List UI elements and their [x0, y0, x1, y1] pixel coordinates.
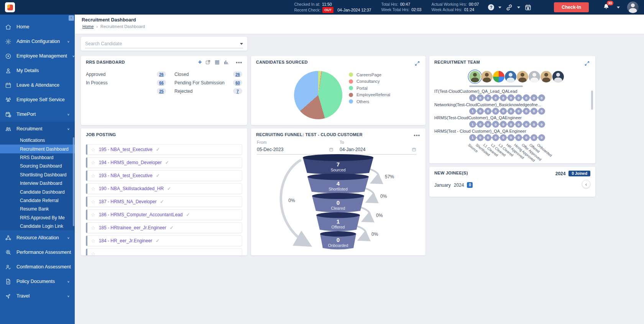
chevron-down-icon: ∨ [72, 54, 75, 58]
expand-icon[interactable] [584, 61, 590, 66]
calendar-icon[interactable] [329, 147, 334, 152]
sidebar-item-admin-configuration[interactable]: Admin Configuration ∨ [0, 34, 75, 49]
job-posting-item[interactable]: ☆ 190 - NBA_Skillstackadded_HR ✓ [86, 183, 242, 194]
team-avatar[interactable] [540, 71, 552, 82]
job-posting-item[interactable]: ☆ 193 - NBA_test_Executive ✓ [86, 170, 242, 181]
stat-value-link[interactable]: 7 [233, 88, 242, 94]
team-avatar[interactable] [469, 71, 481, 82]
team-avatar[interactable] [481, 71, 493, 82]
star-icon[interactable]: ☆ [91, 238, 95, 244]
job-posting-item[interactable]: ☆ 184 - HR_eer_Jr.Engineer ✓ [86, 235, 242, 246]
sidebar-item-timeport[interactable]: TimePort ∨ [0, 107, 75, 122]
sidebar-subitem[interactable]: Interview Dashboard [0, 179, 75, 187]
sidebar-subitem-label: Recruitment Dashboard [20, 146, 69, 152]
star-icon[interactable]: ☆ [91, 147, 95, 153]
sidebar-subitem[interactable]: Notifications [0, 136, 75, 145]
sidebar-item-policy-documents[interactable]: Policy Documents ∨ [0, 274, 75, 289]
sidebar-subitem[interactable]: RRS Approved By Me [0, 214, 75, 222]
more-menu-icon[interactable]: ••• [236, 59, 242, 65]
star-icon[interactable]: ☆ [91, 225, 95, 231]
star-icon[interactable]: ☆ [91, 199, 95, 205]
job-title-link[interactable]: 193 - NBA_test_Executive [99, 173, 153, 178]
month-count-badge[interactable]: 0 [467, 182, 473, 188]
job-title-link[interactable]: 195 - NBA_test_Executive [99, 147, 153, 152]
horizontal-scrollbar[interactable] [469, 86, 523, 87]
search-candidate-select[interactable]: Search Candidate [85, 39, 243, 48]
team-avatar[interactable] [505, 71, 516, 82]
more-menu-icon[interactable]: ••• [414, 132, 420, 138]
sidebar-item-recruitment[interactable]: Recruitment ∨ [0, 122, 75, 136]
sidebar-subitem[interactable]: Candidate Referral [0, 196, 75, 205]
link-icon[interactable] [506, 4, 513, 11]
job-title-link[interactable]: 194 - HRMS_demo_Developer [99, 160, 162, 165]
calendar-clock-icon[interactable] [524, 4, 532, 11]
stage-count: 0 [515, 108, 522, 115]
sidebar-item-resource-allocation[interactable]: Resource Allocation ∨ [0, 230, 75, 245]
star-icon[interactable]: ☆ [91, 251, 95, 256]
sidebar-item-confirmation-assessment[interactable]: Confirmation Assessment ∨ [0, 260, 75, 274]
chevron-down-icon[interactable] [498, 7, 501, 8]
sidebar-item-employee-self-service[interactable]: Employee Self Service [0, 92, 75, 107]
team-avatar[interactable] [493, 71, 504, 82]
stat-value-link[interactable]: 66 [157, 80, 166, 86]
sidebar-item-leave-attendance[interactable]: Leave & Attendance [0, 78, 75, 92]
sidebar-item-my-details[interactable]: My Details [0, 63, 75, 78]
job-posting-item[interactable]: ☆ 194 - HRMS_demo_Developer ✓ [86, 157, 242, 168]
stat-value-link[interactable]: 60 [233, 80, 242, 86]
sidebar-item-travel[interactable]: Travel ∨ [0, 289, 75, 303]
team-avatar[interactable] [552, 71, 564, 82]
open-in-new-icon[interactable] [205, 59, 211, 65]
sidebar-scrollbar[interactable] [73, 137, 74, 226]
sidebar-subitem[interactable]: Shortlisting Dashboard [0, 171, 75, 179]
team-avatar[interactable] [529, 71, 540, 82]
sidebar-item-performance-assessment[interactable]: Performance Assessment ∨ [0, 245, 75, 260]
job-posting-item[interactable]: ☆ 185 - HRtrainee_eer_Jr.Engineer ✓ [86, 222, 242, 233]
sidebar-collapse-button[interactable]: ‹ [69, 15, 74, 21]
help-icon[interactable]: ? [488, 4, 494, 10]
star-icon[interactable]: ☆ [91, 160, 95, 166]
add-icon[interactable]: + [198, 59, 202, 65]
job-posting-item[interactable]: ☆ 186 - HRMS_Computer_AccountantLead ✓ [86, 209, 242, 220]
stat-value-link[interactable]: 25 [157, 88, 166, 94]
job-title-link[interactable]: 185 - HRtrainee_eer_Jr.Engineer [99, 225, 166, 230]
star-icon[interactable]: ☆ [91, 186, 95, 192]
notifications-bell[interactable]: 33 [603, 3, 610, 12]
bar-chart-icon[interactable] [223, 59, 229, 65]
list-view-icon[interactable] [214, 59, 220, 65]
stat-value-link[interactable]: 26 [157, 71, 166, 77]
sidebar-subitem[interactable]: Recruitment Dashboard [0, 145, 75, 153]
breadcrumb-home-link[interactable]: Home [82, 24, 94, 29]
job-posting-item-partial[interactable]: ☆ [86, 248, 242, 255]
sidebar-subitem-label: Shortlisting Dashboard [20, 172, 66, 178]
job-posting-item[interactable]: ☆ 195 - NBA_test_Executive ✓ [86, 144, 242, 155]
breadcrumb-current: Recruitment Dashboard [100, 24, 145, 29]
job-title-link[interactable]: 190 - NBA_Skillstackadded_HR [99, 186, 164, 191]
sidebar-subitem[interactable]: RRS Dashboard [0, 153, 75, 162]
user-avatar[interactable] [627, 2, 639, 13]
previous-month-button[interactable]: ‹ [582, 180, 590, 188]
job-posting-item[interactable]: ☆ 187 - HRMS_NA_Developer ✓ [86, 196, 242, 207]
job-title-link[interactable]: 186 - HRMS_Computer_AccountantLead [99, 212, 183, 217]
star-icon[interactable]: ☆ [91, 212, 95, 218]
recent-check-value: 04-Jan-2024 12:37 [337, 8, 371, 12]
sidebar-item-home[interactable]: Home [0, 20, 75, 34]
sidebar-item-employee-management[interactable]: Employee Management ∨ [0, 49, 75, 63]
team-avatar[interactable] [517, 71, 528, 82]
job-title-link[interactable]: 184 - HR_eer_Jr.Engineer [99, 238, 152, 243]
expand-icon[interactable] [414, 61, 420, 66]
chevron-down-icon[interactable] [617, 7, 620, 8]
sidebar-subitem[interactable]: Resume Bank [0, 205, 75, 213]
panel-title: CANDIDATES SOURCED [256, 60, 308, 64]
stat-value-link[interactable]: 26 [233, 71, 242, 77]
check-in-button[interactable]: Check-In [554, 2, 589, 12]
sidebar-subitem[interactable]: Candidate Dashboard [0, 187, 75, 196]
calendar-icon[interactable] [412, 147, 416, 152]
vertical-scrollbar[interactable] [591, 90, 593, 110]
stage-count: 0 [492, 94, 499, 101]
month-row[interactable]: January 2024 0 [434, 182, 473, 188]
star-icon[interactable]: ☆ [91, 173, 95, 179]
chevron-down-icon[interactable] [517, 7, 520, 8]
sidebar-subitem[interactable]: Candidate Login Link [0, 222, 75, 230]
sidebar-subitem[interactable]: Sourcing Dashboard [0, 162, 75, 170]
job-title-link[interactable]: 187 - HRMS_NA_Developer [99, 199, 157, 204]
